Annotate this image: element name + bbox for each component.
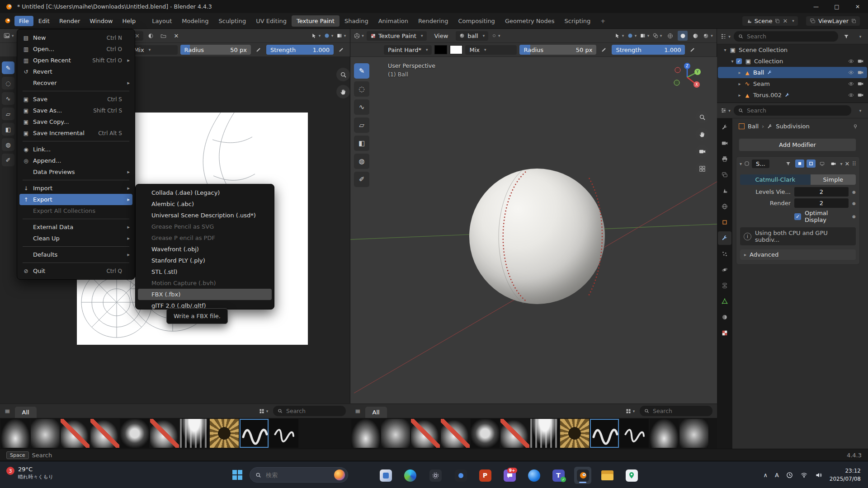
tool-button[interactable]: ∿	[2, 92, 14, 105]
menu-button[interactable]: Edit	[34, 16, 54, 26]
file-menu-item[interactable]: Defaults ▸	[19, 249, 132, 260]
file-menu-item[interactable]: ▣ Save As... Shift Ctrl S	[19, 105, 132, 116]
shading-wireframe-icon[interactable]	[665, 31, 675, 41]
tool-button[interactable]: ✐	[354, 172, 369, 187]
properties-search-input[interactable]	[746, 107, 816, 114]
modifier-extras-icon[interactable]: ▾	[840, 161, 843, 166]
export-menu-item[interactable]: Grease P encil as PDF	[138, 232, 272, 244]
file-menu-item[interactable]: ↓ Import ▸	[19, 183, 132, 194]
scene-selector[interactable]: Scene ✕	[742, 16, 798, 26]
radius-pressure-icon[interactable]	[254, 45, 264, 55]
show-in-editmode-funnel-icon[interactable]	[784, 160, 793, 168]
file-menu-item[interactable]: ▥ Open... Ctrl O	[19, 43, 132, 55]
editor-type-3d-icon[interactable]	[354, 31, 364, 41]
texture-thumbnail[interactable]	[90, 419, 119, 448]
texture-thumbnail[interactable]	[500, 419, 529, 448]
tool-button[interactable]: ✎	[2, 61, 14, 74]
outliner-row[interactable]: ▾ ✓ Scene Collection	[718, 44, 867, 56]
unlink-scene-icon[interactable]: ✕	[783, 18, 788, 24]
tray-caret-icon[interactable]: ∧	[763, 472, 768, 479]
pin-icon[interactable]	[853, 124, 858, 129]
workspace-tab[interactable]: +	[595, 15, 610, 27]
strip-search-input[interactable]	[285, 407, 341, 415]
tab-render[interactable]	[718, 136, 731, 150]
menu-button[interactable]: Render	[55, 16, 85, 26]
editor-type-outliner-icon[interactable]	[721, 32, 731, 42]
tab-particles[interactable]	[718, 247, 731, 261]
hide-eye-icon[interactable]	[848, 70, 854, 75]
texture-thumbnail[interactable]	[530, 419, 559, 448]
outliner-row[interactable]: ▾ ✓ Collection	[718, 56, 867, 67]
outliner-row[interactable]: ▸ ✓ Seam	[718, 78, 867, 89]
advanced-section[interactable]: ▸ Advanced	[740, 249, 856, 260]
disclosure-arrow-icon[interactable]: ▸	[736, 81, 743, 86]
workspace-tab[interactable]: Rendering	[413, 15, 453, 27]
gradient-icon[interactable]	[336, 31, 346, 41]
wifi-icon[interactable]	[800, 472, 808, 479]
disclosure-arrow-icon[interactable]: ▾	[729, 59, 736, 64]
texture-thumbnail[interactable]	[650, 419, 679, 448]
texture-thumbnail[interactable]	[441, 419, 470, 448]
tab-scene[interactable]	[718, 184, 731, 197]
tab-viewlayer[interactable]	[718, 168, 731, 182]
clock-alarm-icon[interactable]	[786, 472, 793, 479]
export-menu-item[interactable]: FBX (.fbx)	[138, 289, 272, 300]
file-menu-item[interactable]: ▤ New Ctrl N	[19, 32, 132, 43]
tool-button[interactable]: ◍	[2, 138, 14, 151]
taskbar-camera-app-icon[interactable]	[452, 467, 469, 484]
optimal-display-checkbox[interactable]: ✓	[794, 213, 801, 220]
realtime-display-icon[interactable]	[818, 160, 827, 168]
hide-eye-icon[interactable]	[848, 58, 854, 64]
vp-camera-icon[interactable]	[695, 145, 709, 158]
texture-thumbnail[interactable]	[269, 419, 298, 448]
display-size-icon[interactable]	[259, 406, 269, 416]
outliner-search-input[interactable]	[746, 33, 816, 40]
secondary-color-swatch[interactable]	[450, 45, 462, 54]
export-menu-item[interactable]: Motion Capture (.bvh)	[138, 277, 272, 289]
texture-thumbnail[interactable]	[240, 419, 269, 448]
add-modifier-button[interactable]: Add Modifier	[739, 138, 856, 151]
tab-object-data[interactable]	[718, 295, 731, 308]
export-menu-item[interactable]: Collada (.dae) (Legacy)	[138, 187, 272, 198]
primary-color-swatch[interactable]	[434, 45, 447, 54]
tool-button[interactable]: ✐	[2, 154, 14, 166]
workspace-tab[interactable]: Layout	[147, 15, 177, 27]
taskbar-browser-icon[interactable]	[525, 467, 542, 484]
shading-rendered-icon[interactable]	[703, 31, 713, 41]
workspace-tab[interactable]: Sculpting	[213, 15, 251, 27]
file-menu-item[interactable]: ◉ Link...	[19, 144, 132, 155]
texture-thumbnail[interactable]	[150, 419, 179, 448]
texture-thumbnail[interactable]	[471, 419, 500, 448]
editmode-toggle-icon[interactable]	[807, 160, 816, 168]
animate-dot-icon[interactable]: ●	[852, 201, 856, 206]
file-menu-item[interactable]: ↑ Export ▸	[19, 194, 132, 205]
ime-indicator[interactable]: A	[775, 472, 779, 479]
texture-thumbnail[interactable]	[381, 419, 410, 448]
outliner-row[interactable]: ▸ ✓ Torus.002	[718, 89, 867, 101]
on-cage-toggle-icon[interactable]	[795, 160, 804, 168]
tab-material[interactable]	[718, 310, 731, 324]
breadcrumb-modifier[interactable]: Subdivision	[776, 123, 810, 130]
file-menu-item[interactable]	[23, 263, 129, 263]
outliner-options-icon[interactable]	[854, 32, 864, 42]
workspace-tab[interactable]: UV Editing	[251, 15, 292, 27]
vp-blend-mode-select[interactable]: Mix	[465, 45, 517, 55]
taskbar-edge-icon[interactable]	[401, 467, 419, 484]
brush-options-icon[interactable]	[491, 31, 501, 41]
strip-menu-icon[interactable]: ≡	[5, 407, 10, 415]
vp-radius-pressure-icon[interactable]	[599, 45, 609, 55]
disclosure-arrow-icon[interactable]: ▸	[736, 93, 743, 98]
texture-thumbnail[interactable]	[679, 419, 708, 448]
file-menu-item[interactable]: ▥ Open Recent Shift Ctrl O ▸	[19, 55, 132, 66]
file-menu-item[interactable]: External Data ▸	[19, 221, 132, 233]
texture-thumbnail[interactable]	[620, 419, 649, 448]
overlays-icon[interactable]	[652, 31, 662, 41]
tab-texture[interactable]	[718, 326, 731, 340]
file-menu-item[interactable]	[23, 219, 129, 219]
brush-preset-select[interactable]: Paint Hard*	[384, 45, 432, 55]
strength-pressure-icon[interactable]	[336, 45, 346, 55]
texture-thumbnail[interactable]	[180, 419, 209, 448]
file-menu-item[interactable]: ◎ Append...	[19, 155, 132, 166]
export-menu-item[interactable]: Stanford PLY (.ply)	[138, 255, 272, 266]
texture-thumbnail[interactable]	[1, 419, 30, 448]
